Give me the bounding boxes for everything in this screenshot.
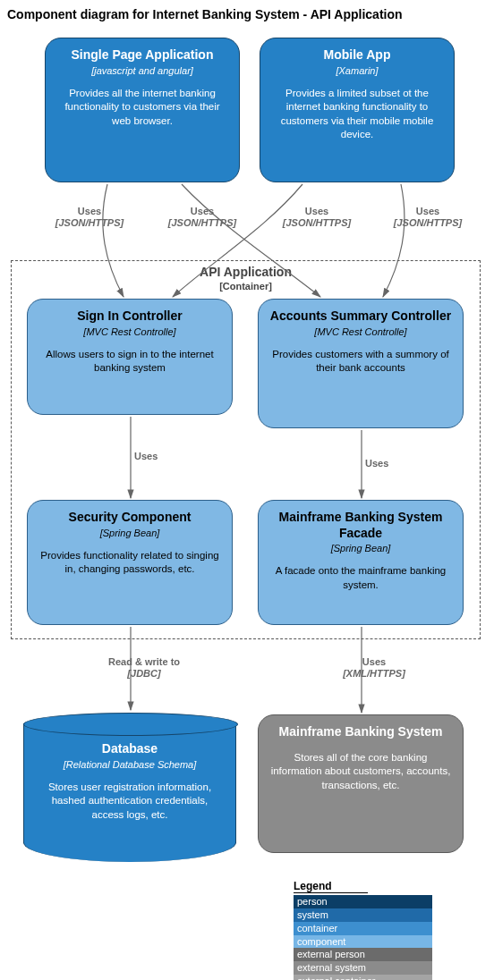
node-desc: Provides functionality related to singin…: [38, 549, 221, 577]
container-label: API Application: [12, 265, 480, 279]
edge-signin-security: Uses: [134, 451, 158, 462]
node-title: Database: [35, 741, 225, 757]
diagram-canvas: Single Page Application [javascript and …: [7, 30, 487, 980]
edge-security-database: Read & write to[JDBC]: [77, 656, 211, 679]
node-subtitle: [Xamarin]: [271, 65, 443, 76]
node-subtitle: [Relational Database Schema]: [35, 759, 225, 770]
node-subtitle: [MVC Rest Controlle]: [269, 326, 452, 337]
node-title: Mainframe Banking System: [269, 724, 452, 740]
node-subtitle: [javascript and angular]: [56, 65, 228, 76]
node-desc: Provides a limited subset ot the interne…: [271, 87, 443, 142]
node-desc: Stores user registration information, ha…: [35, 781, 225, 823]
edge-spa-accounts: Uses[JSON/HTTPS]: [158, 206, 247, 228]
legend-row: external container: [294, 975, 432, 980]
edge-spa-signin: Uses[JSON/HTTPS]: [45, 206, 134, 228]
legend-row: container: [294, 922, 432, 935]
node-desc: Allows users to sign in to the internet …: [38, 348, 221, 376]
node-title: Accounts Summary Controller: [269, 308, 452, 325]
node-desc: Stores all of the core banking informati…: [269, 751, 452, 793]
legend: Legend personsystemcontainercomponentext…: [294, 880, 432, 980]
node-desc: Provides customers with a summory of the…: [269, 348, 452, 376]
node-security-component: Security Component [Spring Bean] Provide…: [27, 500, 233, 625]
node-title: Mainframe Banking System Facade: [269, 510, 452, 541]
legend-row: person: [294, 895, 432, 908]
legend-title: Legend: [294, 880, 368, 893]
node-desc: Provides all the internet banking functi…: [56, 87, 228, 129]
edge-mobile-signin: Uses[JSON/HTTPS]: [272, 206, 362, 228]
node-signin-controller: Sign In Controller [MVC Rest Controlle] …: [27, 299, 233, 415]
node-desc: A facade onto the mainframe banking syst…: [269, 564, 452, 592]
node-mainframe-facade: Mainframe Banking System Facade [Spring …: [258, 500, 464, 625]
node-title: Sign In Controller: [38, 308, 221, 325]
node-database: Database [Relational Database Schema] St…: [23, 723, 236, 862]
node-title: Single Page Application: [56, 47, 228, 63]
node-title: Security Component: [38, 510, 221, 526]
legend-rows: personsystemcontainercomponentexternal p…: [294, 895, 432, 980]
legend-row: system: [294, 908, 432, 922]
node-mainframe-system: Mainframe Banking System Stores all of t…: [258, 714, 464, 853]
node-subtitle: [MVC Rest Controlle]: [38, 326, 221, 337]
edge-accounts-facade: Uses: [365, 458, 388, 469]
page-title: Component diagram for Internet Banking S…: [7, 7, 487, 21]
node-title: Mobile App: [271, 47, 443, 63]
legend-row: external system: [294, 961, 432, 975]
node-subtitle: [Spring Bean]: [269, 543, 452, 553]
node-accounts-controller: Accounts Summary Controller [MVC Rest Co…: [258, 299, 464, 428]
legend-row: external person: [294, 948, 432, 961]
legend-row: component: [294, 935, 432, 949]
node-mobile: Mobile App [Xamarin] Provides a limited …: [260, 38, 455, 182]
node-spa: Single Page Application [javascript and …: [45, 38, 240, 182]
container-sublabel: [Container]: [12, 281, 480, 291]
edge-facade-mainframe: Uses[XML/HTTPS]: [320, 656, 428, 679]
edge-mobile-accounts: Uses[JSON/HTTPS]: [383, 206, 473, 228]
node-subtitle: [Spring Bean]: [38, 528, 221, 538]
